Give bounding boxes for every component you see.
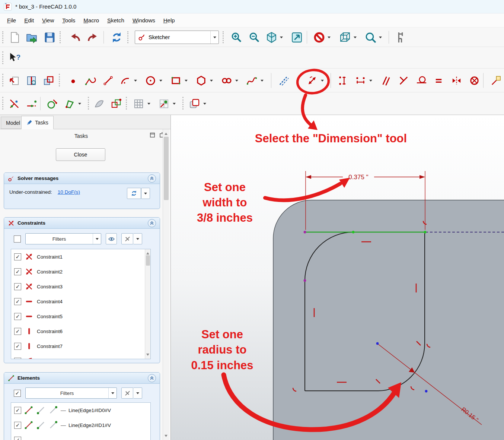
constraint-row[interactable]: ✓Constraint2 [11, 264, 150, 279]
measure-button[interactable] [392, 29, 408, 45]
elements-settings-dropdown[interactable] [133, 387, 142, 399]
equal-constraint-button[interactable] [431, 73, 446, 88]
elements-header[interactable]: Elements [4, 373, 160, 384]
menu-file[interactable]: File [3, 15, 20, 26]
leave-sketch-button[interactable] [7, 73, 22, 88]
create-arc-button[interactable] [118, 73, 133, 88]
fit-all-dropdown[interactable] [278, 29, 284, 45]
create-rectangle-button[interactable] [168, 73, 183, 88]
perpendicular-constraint-button[interactable] [396, 73, 411, 88]
symmetric-constraint-button[interactable] [449, 73, 464, 88]
toolbar-grip[interactable] [2, 31, 4, 43]
arc-center-point[interactable] [425, 390, 428, 393]
menu-help[interactable]: Help [159, 15, 179, 26]
menu-sketch[interactable]: Sketch [103, 15, 128, 26]
toolbar-grip[interactable] [182, 97, 184, 110]
constraint-row[interactable]: ✓Constraint3 [11, 279, 150, 294]
constraints-scrollbar[interactable] [145, 249, 150, 359]
constraint-row[interactable]: ✓Constraint6 [11, 324, 150, 339]
constraints-filters-combo[interactable]: Filters [25, 233, 101, 244]
block-constraint-button[interactable] [467, 73, 482, 88]
parallel-constraint-button[interactable] [378, 73, 393, 88]
constraints-header[interactable]: Constraints [4, 218, 160, 229]
constraint-row[interactable]: ✓Constraint5 [11, 309, 150, 324]
workbench-selector[interactable]: Sketcher [135, 31, 219, 44]
construction-mode-button[interactable] [276, 73, 291, 88]
toolbar-grip[interactable] [88, 97, 90, 110]
constraint-row[interactable]: ✓Constraint7 [11, 339, 150, 354]
elements-settings-button[interactable] [121, 387, 133, 399]
show-hide-constraints-button[interactable] [106, 233, 117, 244]
create-bspline-button[interactable] [244, 73, 259, 88]
menu-view[interactable]: View [38, 15, 58, 26]
circle-dropdown[interactable] [158, 73, 164, 88]
polygon-dropdown[interactable] [208, 73, 214, 88]
constraints-filter-checkbox[interactable] [14, 235, 21, 243]
close-button[interactable]: Close [56, 148, 105, 161]
toggle-snap-button[interactable] [156, 96, 171, 111]
create-polyline-button[interactable] [83, 73, 98, 88]
select-elements-button[interactable] [92, 96, 106, 111]
width-dimension-label[interactable]: 0.375 " [348, 174, 368, 181]
solver-refresh-button[interactable] [127, 188, 141, 199]
slot-dropdown[interactable] [234, 73, 240, 88]
whats-this-button[interactable]: ? [6, 49, 24, 67]
toolbar-grip[interactable] [60, 31, 61, 43]
3d-viewport[interactable]: 0.375 " R0.15 " [170, 115, 504, 440]
bspline-dropdown[interactable] [259, 73, 265, 88]
constraint-row[interactable]: ✓Constraint1 [11, 249, 150, 264]
tangent-constraint-button[interactable] [414, 73, 429, 88]
save-button[interactable] [42, 29, 57, 45]
new-document-button[interactable] [7, 29, 22, 45]
collapse-elements-button[interactable] [148, 374, 156, 382]
external-geometry-button[interactable] [45, 96, 60, 111]
dimension-dropdown[interactable] [319, 73, 325, 88]
rendering-dropdown[interactable] [202, 96, 208, 111]
create-line-button[interactable] [101, 73, 115, 88]
toolbar-grip[interactable] [223, 31, 224, 43]
clipping-dropdown[interactable] [326, 29, 332, 45]
rendering-order-button[interactable] [187, 96, 202, 111]
part-face[interactable] [273, 200, 504, 440]
toolbar-grip[interactable] [126, 97, 128, 110]
vertical-distance-button[interactable] [335, 73, 350, 88]
create-polygon-button[interactable] [194, 73, 208, 88]
collapse-constraints-button[interactable] [148, 219, 156, 227]
toolbar-grip[interactable] [2, 51, 4, 64]
snap-dropdown[interactable] [171, 96, 177, 111]
solver-options-dropdown[interactable] [141, 188, 150, 199]
toolbar-grip[interactable] [59, 74, 61, 86]
menu-windows[interactable]: Windows [128, 15, 159, 26]
toolbar-grip[interactable] [127, 31, 129, 43]
copy-sketch-button[interactable] [109, 96, 124, 111]
tab-tasks[interactable]: Tasks [21, 116, 54, 129]
panel-scrollbar[interactable] [163, 129, 169, 440]
sync-view-button[interactable] [289, 29, 304, 45]
dof-link[interactable]: 10 DoF(s) [58, 189, 80, 195]
elements-filters-combo[interactable]: Filters [25, 387, 117, 399]
constraint-row-partial[interactable]: ✓ [11, 354, 150, 359]
view-section-button[interactable] [24, 73, 39, 88]
create-point-button[interactable] [66, 73, 80, 88]
search-dropdown[interactable] [377, 29, 383, 45]
solver-messages-header[interactable]: Solver messages [4, 173, 160, 184]
rectangle-dropdown[interactable] [183, 73, 189, 88]
zoom-in-button[interactable] [229, 29, 244, 45]
toggle-grid-button[interactable] [131, 96, 146, 111]
constraint-row[interactable]: ✓Constraint4 [11, 294, 150, 309]
edit-constraint-button[interactable] [488, 73, 503, 88]
fit-all-button[interactable] [264, 29, 279, 45]
menu-tools[interactable]: Tools [58, 15, 79, 26]
external-dropdown[interactable] [77, 96, 83, 111]
refresh-button[interactable] [109, 29, 124, 45]
arc-dropdown[interactable] [133, 73, 138, 88]
carbon-copy-button[interactable] [62, 96, 77, 111]
zoom-out-button[interactable] [246, 29, 262, 45]
elements-filter-checkbox[interactable]: ✓ [14, 390, 21, 397]
sketch-vertex[interactable] [304, 279, 306, 282]
element-row-partial[interactable]: ✓ [11, 433, 150, 440]
dimension-tool-button[interactable] [304, 73, 319, 88]
split-edge-button[interactable] [24, 96, 39, 111]
distance-dropdown[interactable] [368, 73, 374, 88]
toolbar-grip[interactable] [2, 97, 4, 110]
